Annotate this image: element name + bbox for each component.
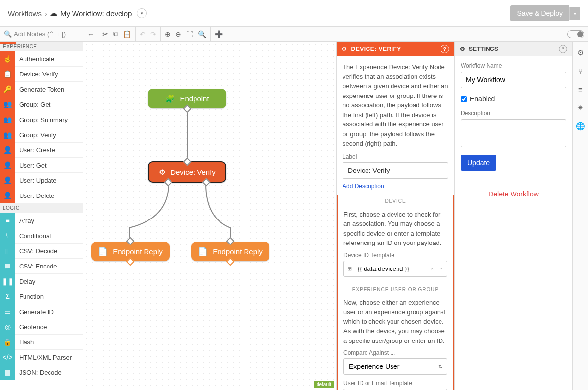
port-out[interactable]	[183, 105, 192, 113]
gear-icon: ⚙	[460, 46, 465, 52]
palette-item[interactable]: ▭Generate ID	[0, 304, 83, 319]
palette-item[interactable]: 👥Group: Verify	[0, 127, 83, 143]
node-endpoint-reply-right[interactable]: 📄 Endpoint Reply	[191, 242, 270, 261]
save-deploy-dropdown[interactable]: ▾	[569, 7, 580, 20]
settings-title: SETTINGS	[469, 46, 498, 52]
port-out-right[interactable]	[202, 178, 211, 187]
node-description: The Experience Device: Verify Node verif…	[343, 62, 448, 148]
help-icon[interactable]: ?	[559, 45, 567, 53]
palette-item-icon: 👤	[0, 173, 15, 188]
palette-item-icon: ▭	[0, 304, 15, 319]
palette-item-icon: 👥	[0, 112, 15, 127]
description-textarea[interactable]	[461, 119, 566, 147]
palette-item-label: Function	[15, 293, 44, 300]
breadcrumb: Workflows › ☁ My Workflow: develop ▾	[8, 8, 147, 18]
palette-item[interactable]: ▦CSV: Encode	[0, 259, 83, 274]
template-icon: ⊞	[347, 266, 352, 272]
globe-icon[interactable]: 🌐	[576, 122, 585, 131]
palette-item-label: Array	[15, 217, 34, 224]
palette-item[interactable]: 🔒Hash	[0, 335, 83, 350]
save-deploy-button[interactable]: Save & Deploy	[510, 5, 569, 21]
palette-item[interactable]: ☝Authenticate	[0, 51, 83, 67]
toggle[interactable]	[567, 30, 584, 38]
workflow-canvas[interactable]: 🧩 Endpoint ⚙ Device: Verify 📄 Endpoint R…	[83, 42, 336, 390]
node-type-icon: ⚙	[342, 46, 347, 52]
database-icon[interactable]: ≡	[578, 85, 583, 94]
update-button[interactable]: Update	[461, 155, 496, 171]
reply-icon: 📄	[98, 247, 108, 256]
device-id-label: Device ID Template	[343, 252, 447, 259]
redo-icon[interactable]: ↷	[150, 30, 156, 38]
palette-item-label: User: Create	[15, 146, 55, 154]
gear-icon[interactable]: ⚙	[577, 49, 584, 57]
category-logic: LOGIC	[0, 203, 83, 213]
node-endpoint-reply-left[interactable]: 📄 Endpoint Reply	[91, 242, 170, 261]
palette-item[interactable]: ⑂Conditional	[0, 228, 83, 244]
palette-item-icon: 👥	[0, 127, 15, 143]
add-description-link[interactable]: Add Description	[343, 183, 384, 190]
undo-icon[interactable]: ↶	[140, 30, 146, 38]
palette-item-icon: Σ	[0, 289, 15, 304]
clear-icon[interactable]: ×	[431, 266, 434, 271]
node-endpoint[interactable]: 🧩 Endpoint	[148, 89, 226, 108]
palette-item-label: Geofence	[15, 323, 47, 331]
palette-item-icon: 🔑	[0, 82, 15, 97]
palette-item[interactable]: 👤User: Update	[0, 173, 83, 188]
node-device-verify[interactable]: ⚙ Device: Verify	[148, 161, 226, 183]
enabled-checkbox[interactable]: Enabled	[461, 95, 566, 103]
palette-item[interactable]: 👥Group: Get	[0, 97, 83, 112]
palette-item[interactable]: ▦CSV: Decode	[0, 244, 83, 259]
palette-item[interactable]: ΣFunction	[0, 289, 83, 304]
palette-item-icon: ⑂	[0, 228, 15, 244]
palette-item[interactable]: ▦JSON: Decode	[0, 365, 83, 380]
port-out-left[interactable]	[164, 178, 172, 187]
port-in[interactable]	[126, 237, 135, 245]
add-icon[interactable]: ➕	[215, 30, 223, 38]
version-dropdown[interactable]: ▾	[137, 8, 147, 18]
palette-item[interactable]: 👤User: Delete	[0, 188, 83, 203]
port-in[interactable]	[226, 237, 235, 245]
back-icon[interactable]: ←	[87, 30, 94, 38]
bug-icon[interactable]: ✴	[577, 103, 584, 112]
port-out[interactable]	[226, 258, 235, 266]
palette-item-label: CSV: Encode	[15, 263, 57, 270]
palette-item[interactable]: ❚❚Delay	[0, 274, 83, 289]
palette-item-label: User: Update	[15, 177, 57, 184]
label-input[interactable]	[343, 162, 448, 179]
add-nodes-search[interactable]: 🔍 Add Nodes (⌃ + [)	[0, 27, 83, 41]
enabled-checkbox-input[interactable]	[461, 96, 467, 102]
branch-icon[interactable]: ⑂	[578, 67, 583, 75]
paste-icon[interactable]: 📋	[123, 30, 131, 38]
zoom-in-icon[interactable]: ⊕	[165, 30, 171, 38]
reply-icon: 📄	[198, 247, 208, 256]
palette-item[interactable]: 👤User: Create	[0, 143, 83, 158]
help-icon[interactable]: ?	[441, 45, 449, 53]
breadcrumb-root[interactable]: Workflows	[8, 9, 42, 18]
palette-item[interactable]: ≡Array	[0, 213, 83, 228]
palette-item-label: Generate Token	[15, 86, 64, 93]
dropdown-icon[interactable]: ▾	[440, 266, 442, 271]
port-in[interactable]	[183, 158, 192, 166]
workflow-name-input[interactable]	[461, 72, 566, 88]
palette-item[interactable]: 🔑Generate Token	[0, 82, 83, 97]
port-out[interactable]	[126, 258, 135, 266]
device-help-text: First, choose a device to check for an a…	[343, 210, 447, 248]
delete-workflow-link[interactable]: Delete Workflow	[461, 190, 566, 198]
section-user-header: EXPERIENCE USER OR GROUP	[343, 284, 447, 295]
palette-item[interactable]: 👤User: Get	[0, 158, 83, 173]
cut-icon[interactable]: ✂	[102, 30, 108, 38]
palette-item-icon: 👥	[0, 97, 15, 112]
compare-select[interactable]: Experience User	[343, 358, 447, 375]
copy-icon[interactable]: ⧉	[113, 30, 118, 38]
palette-item[interactable]: ◎Geofence	[0, 319, 83, 335]
section-device-header: DEVICE	[343, 195, 447, 207]
zoom-reset-icon[interactable]: 🔍	[198, 30, 206, 38]
zoom-out-icon[interactable]: ⊖	[175, 30, 181, 38]
palette-item[interactable]: 📋Device: Verify	[0, 67, 83, 82]
palette-item[interactable]: </>HTML/XML Parser	[0, 350, 83, 365]
palette-item[interactable]: 👥Group: Summary	[0, 112, 83, 127]
palette-item-icon: </>	[0, 350, 15, 365]
node-palette: EXPERIENCE ☝Authenticate📋Device: Verify🔑…	[0, 42, 83, 390]
fit-icon[interactable]: ⛶	[186, 30, 193, 38]
right-rail: ⚙ ⑂ ≡ ✴ 🌐	[572, 42, 588, 390]
